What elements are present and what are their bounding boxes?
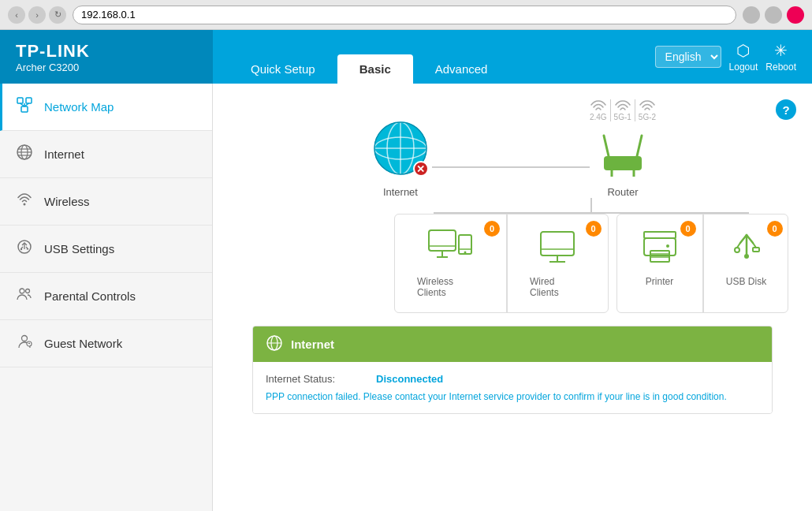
svg-point-49 bbox=[666, 244, 669, 248]
usb-disk-badge: 0 bbox=[767, 221, 783, 237]
sidebar-item-network-map[interactable]: Network Map bbox=[0, 84, 212, 131]
brand: TP-LINK Archer C3200 bbox=[0, 30, 213, 84]
top-nav: TP-LINK Archer C3200 Quick Setup Basic A… bbox=[0, 30, 812, 84]
guest-network-icon bbox=[16, 333, 33, 354]
tab-basic[interactable]: Basic bbox=[337, 54, 413, 84]
refresh-button[interactable]: ↻ bbox=[49, 6, 66, 24]
svg-rect-47 bbox=[644, 238, 676, 255]
printer-label: Printer bbox=[646, 276, 673, 287]
svg-line-16 bbox=[26, 247, 28, 248]
svg-point-20 bbox=[22, 336, 28, 341]
wifi-band-2g: 2.4G bbox=[590, 99, 607, 121]
browser-icon-1 bbox=[743, 6, 760, 24]
usb-settings-icon bbox=[16, 238, 33, 259]
browser-icon-3 bbox=[787, 6, 804, 24]
wireless-clients-item[interactable]: 0 bbox=[395, 214, 507, 312]
help-button[interactable]: ? bbox=[776, 99, 796, 120]
topo-vertical-connector bbox=[315, 198, 812, 214]
tab-advanced[interactable]: Advanced bbox=[413, 54, 510, 84]
router-node[interactable]: 2.4G 5G-1 bbox=[590, 99, 656, 198]
internet-icon bbox=[16, 144, 33, 165]
sidebar-item-internet[interactable]: Internet bbox=[0, 131, 212, 178]
internet-icon-container: ✕ bbox=[369, 117, 432, 180]
sidebar-item-guest-network[interactable]: Guest Network bbox=[0, 320, 212, 367]
router-svg bbox=[594, 131, 651, 177]
network-map-content: ? bbox=[213, 84, 812, 430]
wired-clients-badge: 0 bbox=[586, 221, 602, 237]
sidebar-item-wireless[interactable]: Wireless bbox=[0, 178, 212, 226]
svg-rect-0 bbox=[17, 98, 23, 103]
status-message: PPP connection failed. Please contact yo… bbox=[266, 391, 759, 402]
app: TP-LINK Archer C3200 Quick Setup Basic A… bbox=[0, 30, 812, 511]
tab-quick-setup[interactable]: Quick Setup bbox=[229, 54, 337, 84]
wired-clients-icon bbox=[537, 229, 578, 270]
svg-point-53 bbox=[735, 248, 739, 252]
parental-controls-icon bbox=[16, 285, 33, 307]
svg-rect-35 bbox=[429, 230, 456, 251]
network-map-icon bbox=[16, 96, 33, 117]
internet-error-badge: ✕ bbox=[413, 161, 429, 177]
status-header-globe-icon bbox=[266, 334, 283, 354]
wifi-divider-2 bbox=[635, 99, 635, 121]
svg-point-41 bbox=[464, 252, 467, 254]
reboot-button[interactable]: ✳ Reboot bbox=[765, 41, 796, 73]
wireless-clients-badge: 0 bbox=[484, 221, 500, 237]
logout-label: Logout bbox=[729, 62, 758, 73]
left-client-group: 0 bbox=[394, 214, 609, 313]
wireless-clients-icon bbox=[427, 229, 473, 270]
status-value: Disconnected bbox=[376, 373, 443, 385]
status-header-label: Internet bbox=[291, 338, 334, 351]
printer-badge: 0 bbox=[680, 221, 696, 237]
internet-node[interactable]: ✕ Internet bbox=[369, 117, 432, 198]
wireless-icon bbox=[16, 191, 33, 212]
sidebar-label-usb-settings: USB Settings bbox=[44, 242, 114, 255]
sidebar-label-guest-network: Guest Network bbox=[44, 337, 122, 350]
sidebar-label-internet: Internet bbox=[44, 147, 84, 161]
nav-tabs: Quick Setup Basic Advanced bbox=[213, 30, 639, 84]
browser-icons bbox=[743, 6, 804, 24]
usb-disk-item[interactable]: 0 bbox=[703, 214, 789, 312]
wifi-bands-row: 2.4G 5G-1 bbox=[590, 99, 656, 121]
svg-point-18 bbox=[20, 289, 24, 293]
svg-rect-55 bbox=[753, 248, 759, 252]
topo-h-line bbox=[432, 166, 590, 168]
main: Network Map Internet bbox=[0, 84, 812, 511]
wifi-divider-1 bbox=[610, 99, 611, 121]
printer-item[interactable]: 0 bbox=[617, 214, 703, 312]
status-header: Internet bbox=[253, 326, 772, 362]
client-boxes-row: 0 bbox=[394, 214, 788, 313]
language-select[interactable]: English 中文 bbox=[655, 46, 721, 68]
browser-icon-2 bbox=[765, 6, 782, 24]
logout-icon: ⬡ bbox=[736, 41, 750, 60]
address-bar[interactable] bbox=[73, 6, 736, 24]
internet-status-section: Internet Internet Status: Disconnected P… bbox=[252, 326, 773, 414]
sidebar-item-parental-controls[interactable]: Parental Controls bbox=[0, 273, 212, 320]
svg-point-11 bbox=[24, 203, 26, 206]
brand-name: TP-LINK bbox=[16, 41, 90, 62]
sidebar-label-wireless: Wireless bbox=[44, 195, 90, 208]
logout-button[interactable]: ⬡ Logout bbox=[729, 41, 758, 73]
wifi-band-5g2: 5G-2 bbox=[639, 99, 656, 121]
sidebar-item-usb-settings[interactable]: USB Settings bbox=[0, 226, 212, 273]
forward-button[interactable]: › bbox=[28, 6, 46, 24]
usb-disk-label: USB Disk bbox=[726, 276, 766, 287]
browser-chrome: ‹ › ↻ bbox=[0, 0, 812, 30]
status-body: Internet Status: Disconnected PPP connec… bbox=[253, 362, 772, 413]
wired-clients-item[interactable]: 0 Wired Clients bbox=[507, 214, 608, 312]
usb-disk-icon bbox=[726, 229, 767, 270]
v-line-top bbox=[590, 198, 592, 212]
right-client-group: 0 bbox=[616, 214, 789, 313]
printer-icon bbox=[639, 229, 680, 270]
sidebar-label-network-map: Network Map bbox=[44, 100, 114, 114]
router-label: Router bbox=[607, 186, 638, 198]
back-button[interactable]: ‹ bbox=[8, 6, 25, 24]
svg-point-19 bbox=[26, 289, 30, 293]
browser-nav: ‹ › ↻ bbox=[8, 6, 66, 24]
wifi-band-5g1: 5G-1 bbox=[614, 99, 631, 121]
svg-rect-42 bbox=[541, 232, 574, 255]
nav-right: English 中文 ⬡ Logout ✳ Reboot bbox=[639, 30, 812, 84]
svg-line-31 bbox=[637, 136, 642, 156]
sidebar-label-parental-controls: Parental Controls bbox=[44, 289, 136, 303]
sidebar: Network Map Internet bbox=[0, 84, 213, 511]
status-row: Internet Status: Disconnected bbox=[266, 373, 759, 385]
